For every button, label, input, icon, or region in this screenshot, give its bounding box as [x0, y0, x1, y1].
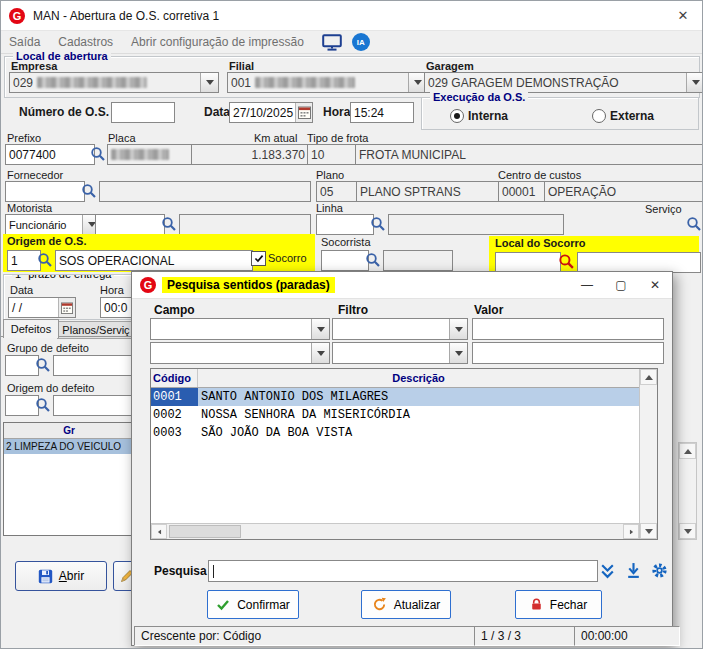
empresa-dropdown-icon[interactable]	[200, 73, 218, 92]
hora-value: 15:24	[354, 106, 384, 120]
result-grid-hscrollbar[interactable]	[151, 523, 639, 539]
maximize-icon[interactable]: ▢	[604, 272, 638, 298]
fornecedor-input[interactable]	[5, 181, 85, 202]
centro-custos-desc: OPERAÇÃO	[548, 185, 616, 199]
result-grid-header: Código Descrição	[151, 369, 639, 388]
prefixo-input[interactable]: 0077400	[5, 144, 95, 165]
scroll-right-icon[interactable]	[623, 524, 639, 539]
hscroll-thumb[interactable]	[169, 525, 241, 538]
campo-combo-1[interactable]	[150, 318, 330, 340]
arrow-to-line-icon[interactable]	[624, 561, 642, 579]
prazo-data-input[interactable]: / /	[8, 297, 76, 318]
col-descricao[interactable]: Descrição	[198, 369, 639, 387]
filtro-combo-2-dropdown-icon[interactable]	[449, 343, 467, 363]
campo-combo-2-dropdown-icon[interactable]	[311, 343, 329, 363]
table-row[interactable]: 0003 SÃO JOÃO DA BOA VISTA	[151, 424, 639, 442]
origem-os-highlight: Origem de O.S. 1 SOS OPERACIONAL Socorro	[3, 234, 315, 272]
socorro-checkbox[interactable]	[251, 251, 266, 266]
prazo-data-value: / /	[12, 301, 22, 315]
double-chevron-down-icon[interactable]	[598, 561, 616, 579]
origem-os-search-icon[interactable]	[36, 251, 54, 269]
socorrista-search-icon[interactable]	[364, 251, 382, 269]
pesquisa-input[interactable]	[208, 560, 598, 582]
ia-badge[interactable]: IA	[352, 33, 370, 51]
origem-defeito-search-icon[interactable]	[34, 396, 52, 414]
tab-defeitos[interactable]: Defeitos	[3, 319, 59, 338]
motorista-tipo-combo[interactable]: Funcionário	[5, 214, 101, 235]
campo-combo-1-dropdown-icon[interactable]	[311, 319, 329, 339]
tab-planos-label: Planos/Serviç	[62, 324, 129, 336]
radio-interna[interactable]	[450, 109, 464, 123]
motorista-code-input[interactable]	[95, 214, 165, 235]
grupo-defeito-label: Grupo de defeito	[7, 342, 89, 354]
grupo-defeito-search-icon[interactable]	[34, 356, 52, 374]
local-socorro-input[interactable]	[495, 252, 561, 273]
menu-config-impressao[interactable]: Abrir configuração de impressão	[131, 35, 304, 49]
scroll-down-icon[interactable]	[679, 523, 696, 539]
tipo-frota-label: Tipo de frota	[307, 132, 368, 144]
scroll-up-icon[interactable]	[640, 369, 657, 385]
status-count-text: 1 / 3 / 3	[481, 629, 521, 643]
monitor-icon[interactable]	[322, 34, 342, 51]
origem-os-desc: SOS OPERACIONAL	[59, 254, 174, 268]
local-socorro-desc-input[interactable]	[577, 252, 701, 273]
plano-label: Plano	[316, 169, 344, 181]
result-grid-vscrollbar[interactable]	[639, 369, 657, 539]
numero-os-input[interactable]	[111, 102, 175, 123]
abrir-button-label: Abrir	[59, 569, 84, 583]
radio-externa[interactable]	[592, 109, 606, 123]
execucao-legend: Execução da O.S.	[430, 91, 528, 103]
campo-combo-2[interactable]	[150, 342, 330, 364]
filial-code: 001	[231, 76, 251, 90]
filtro-combo-1-dropdown-icon[interactable]	[449, 319, 467, 339]
minimize-icon[interactable]: —	[570, 272, 604, 298]
linha-search-icon[interactable]	[369, 215, 387, 233]
dialog-title: Pesquisa sentidos (paradas)	[162, 277, 335, 293]
window-title: MAN - Abertura de O.S. corretiva 1	[33, 9, 219, 23]
status-time-text: 00:00:00	[581, 629, 628, 643]
status-sort-order: Crescente por: Código	[134, 626, 480, 646]
data-input[interactable]: 27/10/2025	[229, 102, 313, 123]
servico-search-icon[interactable]	[685, 215, 703, 233]
menu-saida[interactable]: Saída	[9, 35, 40, 49]
gear-icon[interactable]	[650, 561, 668, 579]
table-row[interactable]: 0002 NOSSA SENHORA DA MISERICÓRDIA	[151, 406, 639, 424]
prazo-calendar-icon[interactable]	[58, 298, 75, 317]
scroll-down-icon[interactable]	[640, 523, 657, 539]
scroll-left-icon[interactable]	[151, 524, 167, 539]
menu-cadastros[interactable]: Cadastros	[58, 35, 113, 49]
motorista-search-icon[interactable]	[160, 215, 178, 233]
fornecedor-search-icon[interactable]	[80, 182, 98, 200]
linha-input[interactable]	[316, 214, 374, 235]
garagem-dropdown-icon[interactable]	[686, 73, 703, 92]
origem-defeito-label: Origem do defeito	[7, 382, 94, 394]
row-codigo: 0003	[151, 424, 198, 442]
placa-input[interactable]	[107, 144, 197, 165]
filtro-combo-1[interactable]	[332, 318, 468, 340]
valor-input-2[interactable]	[472, 342, 664, 364]
filtro-combo-2[interactable]	[332, 342, 468, 364]
tipo-frota-desc: FROTA MUNICIPAL	[359, 148, 466, 162]
centro-custos-label: Centro de custos	[498, 169, 581, 181]
col-codigo[interactable]: Código	[151, 369, 198, 387]
filtro-header: Filtro	[338, 303, 368, 317]
status-order-text: Crescente por: Código	[141, 629, 261, 643]
abrir-button[interactable]: Abrir	[15, 561, 107, 591]
socorrista-input[interactable]	[321, 250, 369, 271]
close-icon[interactable]: ✕	[662, 1, 703, 30]
atualizar-button[interactable]: Atualizar	[361, 590, 451, 619]
local-socorro-search-icon[interactable]	[557, 252, 575, 270]
valor-input-1[interactable]	[472, 318, 664, 340]
hora-input[interactable]: 15:24	[350, 102, 414, 123]
prazo-hora-input[interactable]: 00:0	[100, 297, 133, 318]
calendar-icon[interactable]	[295, 103, 312, 122]
table-row[interactable]: 0001 SANTO ANTONIO DOS MILAGRES	[151, 388, 639, 406]
pesquisa-dialog-titlebar: G Pesquisa sentidos (paradas) — ▢ ✕	[132, 272, 672, 299]
confirmar-button[interactable]: Confirmar	[207, 590, 299, 619]
dialog-close-icon[interactable]: ✕	[638, 272, 672, 298]
fechar-button[interactable]: Fechar	[515, 590, 602, 619]
defeito-grid-selected-row[interactable]: 2 LIMPEZA DO VEICULO	[4, 439, 134, 454]
prefixo-search-icon[interactable]	[89, 145, 107, 163]
scroll-up-icon[interactable]	[679, 443, 696, 459]
background-grid-scrollbar[interactable]	[678, 442, 697, 540]
